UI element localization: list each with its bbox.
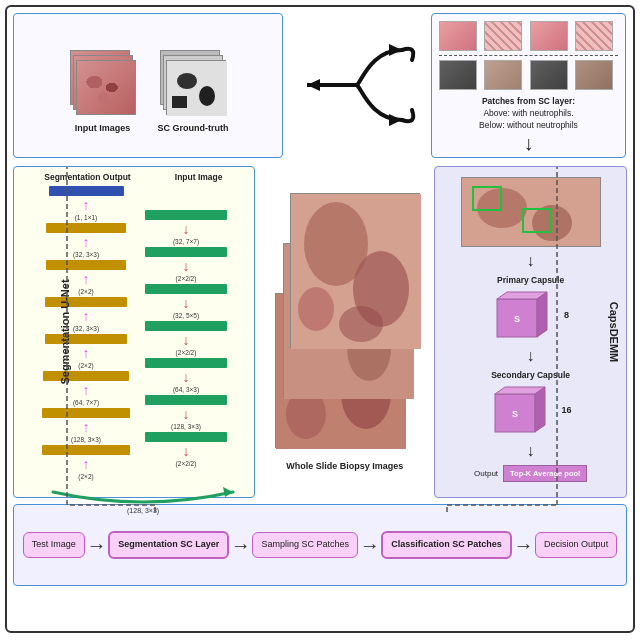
arrow-up-7: ↑ [83, 420, 90, 434]
sampling-label: Sampling SC Patches [261, 539, 349, 551]
label-2x2-2-right: (2×2/2) [176, 275, 197, 282]
input-images-box: Input Images [13, 13, 283, 158]
gold-bar-4 [45, 334, 127, 344]
input-image-header: Input Image [151, 172, 246, 182]
svg-marker-25 [537, 292, 547, 337]
secondary-cube-svg: S [490, 382, 560, 437]
green-rect-2 [522, 208, 552, 233]
sc-gt-label: SC Ground-truth [158, 123, 229, 133]
patch-5 [439, 60, 477, 90]
topk-box: Top-K Average pool [503, 465, 587, 482]
classification-label: Classification SC Patches [391, 539, 502, 551]
patch-6 [484, 60, 522, 90]
patch-2 [484, 21, 522, 51]
label-128-3x3-right: (128, 3×3) [171, 423, 201, 430]
teal-bottom-arrow [43, 482, 243, 510]
svg-point-2 [199, 86, 215, 106]
sampling-sc-box: Sampling SC Patches [252, 532, 358, 558]
fork-arrow-area [287, 7, 427, 162]
primary-cube-svg: S [492, 287, 562, 342]
decision-output-box: Decision Output [535, 532, 617, 558]
arrow-down-4: ↓ [183, 333, 190, 347]
unet-vertical-label: Segmentation U-Net [59, 279, 71, 384]
unet-left-col: ↑ (1, 1×1) ↑ (32, 3×3) ↑ (2×2) ↑ (32, 3×… [37, 186, 135, 480]
top-section: Input Images [7, 7, 633, 162]
green-bar-4 [145, 321, 227, 331]
arrow-1: → [86, 534, 106, 557]
svg-marker-29 [535, 387, 545, 432]
svg-point-19 [339, 306, 383, 342]
bw-stack [158, 48, 228, 118]
gold-bar-7 [42, 445, 130, 455]
decision-label: Decision Output [544, 539, 608, 551]
unet-headers: Segmentation Output Input Image [35, 172, 251, 182]
svg-text:S: S [514, 314, 520, 324]
arrow-up-8: ↑ [83, 457, 90, 471]
patch-4 [575, 21, 613, 51]
seg-sc-label: Segmentation SC Layer [118, 539, 219, 551]
biopsy-box: Whole Slide Biopsy Images [263, 166, 426, 498]
arrow-up-6: ↑ [83, 383, 90, 397]
biopsy-stack [275, 193, 415, 453]
primary-capsule-3d: S 8 [492, 287, 569, 342]
label-64-3x3: (64, 3×3) [173, 386, 199, 393]
images-row: Input Images [68, 48, 229, 133]
gold-bar-1 [46, 223, 126, 233]
unet-right-col: ↓ (32, 7×7) ↓ (2×2/2) ↓ (32, 5×5) ↓ (2×2… [137, 186, 235, 480]
secondary-capsule-block: Secondary Capsule S 16 [490, 370, 572, 437]
caps-arrow-down-3: ↓ [527, 442, 535, 460]
unet-bottom: (128, 3×3) [35, 482, 251, 514]
arrow-up-4: ↑ [83, 309, 90, 323]
label-2x2-3: (2×2) [78, 473, 93, 480]
patches-down-arrow: ↓ [437, 132, 620, 155]
gold-bar-3 [45, 297, 127, 307]
primary-capsule-block: Primary Capsule S 8 [492, 275, 569, 342]
label-32-3x3-2: (32, 3×3) [73, 325, 99, 332]
caps-box: CapsDEMM ↓ Primary Capsule [434, 166, 627, 498]
arrow-2: → [231, 534, 251, 557]
input-images-stack: Input Images [68, 48, 138, 133]
histology-stack [68, 48, 138, 118]
label-2x2-4-right: (2×2/2) [176, 460, 197, 467]
secondary-number: 16 [562, 405, 572, 415]
arrow-down-3: ↓ [183, 296, 190, 310]
label-32-7x7: (32, 7×7) [173, 238, 199, 245]
gold-bar-2 [46, 260, 126, 270]
label-2x2-1: (2×2) [78, 288, 93, 295]
seg-sc-layer-box: Segmentation SC Layer [108, 531, 229, 559]
seg-output-header: Segmentation Output [40, 172, 135, 182]
patches-title-text: Patches from SC layer: [482, 96, 575, 106]
label-64-7x7: (64, 7×7) [73, 399, 99, 406]
patch-7 [530, 60, 568, 90]
label-32-3x3-1: (32, 3×3) [73, 251, 99, 258]
secondary-capsule-label: Secondary Capsule [491, 370, 570, 380]
main-diagram: Input Images [5, 5, 635, 633]
svg-point-1 [177, 73, 197, 89]
blue-bar-top [49, 186, 124, 196]
arrow-down-1: ↓ [183, 222, 190, 236]
output-label: Output [474, 469, 498, 478]
sc-groundtruth-stack: SC Ground-truth [158, 48, 229, 133]
middle-section: Segmentation U-Net Segmentation Output I… [7, 162, 633, 502]
arrow-up-3: ↑ [83, 272, 90, 286]
caps-top-image [461, 177, 601, 247]
green-bar-7 [145, 432, 227, 442]
arrow-up-2: ↑ [83, 235, 90, 249]
arrow-up-1: ↑ [83, 198, 90, 212]
secondary-capsule-3d: S 16 [490, 382, 572, 437]
primary-capsule-label: Primary Capsule [497, 275, 564, 285]
test-image-label: Test Image [32, 539, 76, 551]
label-128-3x3-1: (128, 3×3) [71, 436, 101, 443]
patches-with-text: Above: with neutrophils. [483, 108, 573, 118]
green-bar-1 [145, 210, 227, 220]
label-2x2-2: (2×2) [78, 362, 93, 369]
patch-1 [439, 21, 477, 51]
patch-8 [575, 60, 613, 90]
classification-sc-box: Classification SC Patches [381, 531, 512, 559]
biopsy-svg-front [291, 194, 421, 349]
svg-point-18 [298, 287, 334, 331]
svg-marker-4 [307, 79, 320, 91]
green-bar-6 [145, 395, 227, 405]
biopsy-label-text: Whole Slide Biopsy Images [286, 461, 403, 471]
caps-arrow-down-1: ↓ [527, 252, 535, 270]
